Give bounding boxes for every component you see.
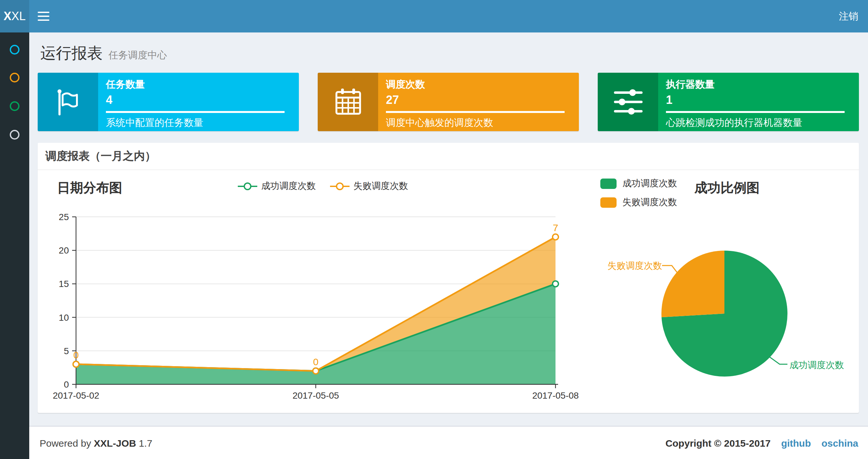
success-leader-line xyxy=(768,356,787,364)
footer-links: github oschina xyxy=(773,437,858,448)
sliders-icon xyxy=(598,73,658,131)
stat-value: 1 xyxy=(666,94,851,106)
stat-card-triggers: 调度次数 27 调度中心触发的调度次数 xyxy=(318,73,579,131)
y-tick-label: 20 xyxy=(59,245,69,256)
logo-rest: XL xyxy=(11,9,26,23)
fail-point[interactable] xyxy=(313,368,319,374)
hamburger-icon xyxy=(38,15,50,17)
sidebar-item-1-circle-icon[interactable] xyxy=(10,45,20,55)
stat-card-jobs: 任务数量 4 系统中配置的任务数量 xyxy=(38,73,299,131)
fail-data-label: 0 xyxy=(73,350,79,360)
page-title: 运行报表 xyxy=(40,43,103,64)
y-tick-label: 10 xyxy=(59,313,69,323)
app: XXL 注销 运行报表 任务调度中心 xyxy=(0,0,868,459)
sidebar-item-3-circle-icon[interactable] xyxy=(10,101,20,111)
charts-canvas: 05101520252017-05-022017-05-052017-05-08… xyxy=(38,170,859,413)
oschina-link[interactable]: oschina xyxy=(822,437,858,448)
pie-label-success: 成功调度次数 xyxy=(789,360,844,371)
stat-value: 27 xyxy=(386,94,571,106)
legend-item-失败调度次数[interactable]: 失败调度次数 xyxy=(330,181,408,192)
panel-body: 05101520252017-05-022017-05-052017-05-08… xyxy=(38,170,859,413)
line-chart-title: 日期分布图 xyxy=(57,179,122,197)
legend-item-成功调度次数[interactable]: 成功调度次数 xyxy=(238,181,316,192)
pie-label-fail: 失败调度次数 xyxy=(608,260,662,272)
footer-copyright: Copyright © 2015-2017 github oschina xyxy=(665,437,858,448)
stat-description: 心跳检测成功的执行器机器数量 xyxy=(666,117,851,128)
stat-label: 执行器数量 xyxy=(666,78,851,90)
stat-description: 系统中配置的任务数量 xyxy=(106,117,291,128)
stat-cards-row: 任务数量 4 系统中配置的任务数量 xyxy=(38,73,859,131)
app-logo[interactable]: XXL xyxy=(0,0,29,32)
stat-description: 调度中心触发的调度次数 xyxy=(386,117,571,128)
copyright-text: Copyright © 2015-2017 xyxy=(665,437,771,448)
product-name: XXL-JOB xyxy=(94,437,136,448)
y-tick-label: 5 xyxy=(64,346,69,356)
page-subtitle: 任务调度中心 xyxy=(108,50,167,62)
github-link[interactable]: github xyxy=(781,437,811,448)
main-content: 运行报表 任务调度中心 任务数量 xyxy=(29,32,868,426)
logout-button[interactable]: 注销 xyxy=(829,0,868,32)
legend-swatch xyxy=(600,178,617,189)
schedule-report-panel: 调度报表（一月之内） 05101520252017-05-022017-05-0… xyxy=(38,143,859,413)
y-tick-label: 0 xyxy=(64,380,69,390)
sidebar xyxy=(0,32,29,459)
product-version: 1.7 xyxy=(139,437,152,448)
stat-card-body: 执行器数量 1 心跳检测成功的执行器机器数量 xyxy=(658,73,859,131)
stat-value: 4 xyxy=(106,94,291,106)
stat-divider xyxy=(386,111,565,112)
fail-data-label: 7 xyxy=(553,222,558,233)
x-tick-label: 2017-05-05 xyxy=(292,391,339,400)
x-tick-label: 2017-05-02 xyxy=(53,391,99,400)
page-header: 运行报表 任务调度中心 xyxy=(40,43,859,64)
logo-bold: X xyxy=(4,9,11,23)
flag-icon xyxy=(38,73,98,131)
stat-card-executors: 执行器数量 1 心跳检测成功的执行器机器数量 xyxy=(598,73,859,131)
pie-legend-item-失败调度次数[interactable]: 失败调度次数 xyxy=(600,197,677,208)
stat-card-body: 调度次数 27 调度中心触发的调度次数 xyxy=(378,73,579,131)
pie-legend-item-成功调度次数[interactable]: 成功调度次数 xyxy=(600,178,677,190)
pie-chart-title: 成功比例图 xyxy=(694,179,760,197)
powered-prefix: Powered by xyxy=(40,437,91,448)
y-tick-label: 25 xyxy=(59,212,69,222)
pie-chart-legend: 成功调度次数失败调度次数 xyxy=(600,178,677,208)
sidebar-item-2-circle-icon[interactable] xyxy=(10,73,20,83)
sidebar-item-4-circle-icon[interactable] xyxy=(10,130,20,139)
panel-header: 调度报表（一月之内） xyxy=(38,143,859,170)
calendar-icon xyxy=(318,73,378,131)
sidebar-toggle-button[interactable] xyxy=(29,0,58,32)
footer: Powered by XXL-JOB 1.7 Copyright © 2015-… xyxy=(29,426,868,459)
top-navbar: XXL 注销 xyxy=(0,0,868,32)
stat-label: 调度次数 xyxy=(386,78,571,90)
hamburger-icon xyxy=(38,20,50,21)
pie-slice-fail[interactable] xyxy=(661,251,724,317)
line-series-icon xyxy=(330,182,349,191)
footer-powered-by: Powered by XXL-JOB 1.7 xyxy=(40,437,152,448)
y-tick-label: 15 xyxy=(59,279,69,289)
line-chart-legend: 成功调度次数失败调度次数 xyxy=(238,181,408,192)
line-series-icon xyxy=(238,182,257,191)
stat-label: 任务数量 xyxy=(106,78,291,90)
stat-divider xyxy=(106,111,285,112)
hamburger-icon xyxy=(38,11,50,13)
stat-divider xyxy=(666,111,845,112)
legend-swatch xyxy=(600,197,617,208)
panel-title: 调度报表（一月之内） xyxy=(45,150,156,162)
x-tick-label: 2017-05-08 xyxy=(532,391,579,400)
fail-point[interactable] xyxy=(73,361,79,367)
navbar-spacer xyxy=(58,0,829,32)
fail-point[interactable] xyxy=(553,234,558,240)
fail-data-label: 0 xyxy=(313,356,319,367)
success-point[interactable] xyxy=(553,281,558,287)
stat-card-body: 任务数量 4 系统中配置的任务数量 xyxy=(98,73,299,131)
